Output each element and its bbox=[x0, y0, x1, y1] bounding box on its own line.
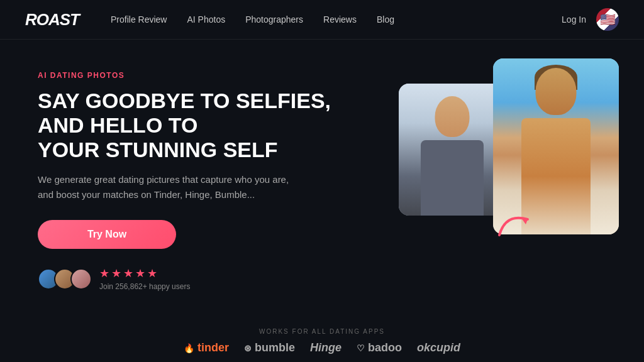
subheadline: We generate great dating pictures that c… bbox=[38, 172, 302, 202]
bumble-icon: ⊛ bbox=[244, 343, 252, 353]
main-content: AI DATING PHOTOS SAY GOODBYE TO SELFIES,… bbox=[0, 40, 644, 362]
nav-profile-review[interactable]: Profile Review bbox=[111, 14, 167, 25]
transformation-arrow bbox=[493, 207, 543, 247]
hero-photos bbox=[399, 58, 619, 297]
star-icon: ★ bbox=[111, 266, 121, 280]
language-selector[interactable]: 🇺🇸 bbox=[596, 8, 619, 31]
badoo-icon: ♡ bbox=[357, 343, 365, 353]
bumble-logo: ⊛ bumble bbox=[244, 341, 295, 354]
nav-photographers[interactable]: Photographers bbox=[245, 14, 303, 25]
nav-right: Log In 🇺🇸 bbox=[562, 8, 619, 31]
badoo-logo: ♡ badoo bbox=[357, 341, 402, 354]
tinder-logo: 🔥 tinder bbox=[184, 341, 229, 354]
users-count: Join 256,862+ happy users bbox=[99, 282, 190, 291]
hinge-logo: Hinge bbox=[310, 341, 341, 354]
try-now-button[interactable]: Try Now bbox=[38, 220, 176, 249]
star-icon: ★ bbox=[135, 266, 145, 280]
nav-ai-photos[interactable]: AI Photos bbox=[187, 14, 225, 25]
star-icon: ★ bbox=[123, 266, 133, 280]
avatar bbox=[70, 268, 92, 290]
headline: SAY GOODBYE TO SELFIES, AND HELLO TO YOU… bbox=[38, 89, 365, 162]
rating-block: ★ ★ ★ ★ ★ Join 256,862+ happy users bbox=[99, 266, 190, 291]
nav-reviews[interactable]: Reviews bbox=[323, 14, 357, 25]
tinder-icon: 🔥 bbox=[184, 343, 194, 353]
navbar: ROAST Profile Review AI Photos Photograp… bbox=[0, 0, 644, 40]
app-logo-list: 🔥 tinder ⊛ bumble Hinge ♡ badoo okcupid bbox=[25, 341, 619, 354]
nav-blog[interactable]: Blog bbox=[377, 14, 394, 25]
before-photo bbox=[399, 84, 506, 216]
avatar-group bbox=[38, 268, 92, 290]
ai-label: AI DATING PHOTOS bbox=[38, 71, 365, 80]
brand-logo[interactable]: ROAST bbox=[25, 10, 79, 30]
arrow-icon bbox=[493, 207, 543, 244]
star-icon: ★ bbox=[99, 266, 109, 280]
social-proof: ★ ★ ★ ★ ★ Join 256,862+ happy users bbox=[38, 266, 365, 291]
hero-left: AI DATING PHOTOS SAY GOODBYE TO SELFIES,… bbox=[38, 65, 365, 349]
works-for-label: WORKS FOR ALL DATING APPS bbox=[25, 328, 619, 335]
nav-links: Profile Review AI Photos Photographers R… bbox=[111, 14, 562, 25]
login-button[interactable]: Log In bbox=[562, 14, 586, 25]
star-rating: ★ ★ ★ ★ ★ bbox=[99, 266, 190, 280]
star-icon: ★ bbox=[147, 266, 157, 280]
bottom-apps: WORKS FOR ALL DATING APPS 🔥 tinder ⊛ bum… bbox=[0, 322, 644, 362]
okcupid-logo: okcupid bbox=[417, 341, 460, 354]
